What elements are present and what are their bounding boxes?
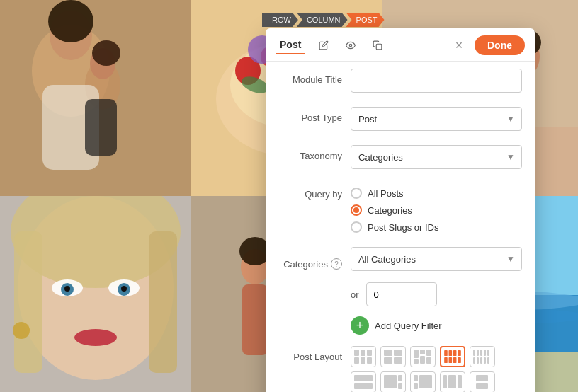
svg-rect-82 (473, 350, 475, 356)
layout-row-2 (351, 371, 522, 392)
categories-control: All Categories ▼ (351, 247, 522, 271)
layout-btn-6[interactable] (351, 371, 376, 392)
svg-rect-95 (398, 375, 402, 381)
svg-rect-61 (354, 357, 359, 364)
svg-rect-71 (414, 359, 419, 364)
query-by-control: All Posts Categories Post Slugs or IDs (351, 183, 522, 233)
breadcrumb-row[interactable]: ROW (262, 13, 298, 27)
svg-rect-102 (458, 375, 462, 388)
eye-icon-btn[interactable] (341, 35, 361, 55)
post-type-select-wrap: Post ▼ (351, 107, 522, 131)
svg-rect-76 (453, 350, 457, 356)
svg-rect-70 (426, 350, 431, 356)
bg-photo-4 (0, 196, 191, 392)
svg-rect-63 (367, 357, 372, 364)
breadcrumb-post[interactable]: POST (346, 13, 385, 27)
radio-post-slugs[interactable]: Post Slugs or IDs (351, 221, 522, 233)
svg-rect-64 (384, 350, 392, 356)
pencil-icon-btn[interactable] (314, 35, 334, 55)
categories-row: Categories ? All Categories ▼ (266, 240, 535, 278)
svg-rect-93 (354, 383, 373, 389)
svg-rect-103 (476, 375, 488, 381)
panel-icon-group (314, 35, 387, 55)
svg-rect-98 (414, 383, 418, 389)
layout-btn-7[interactable] (380, 371, 406, 392)
taxonomy-label: Taxonomy (278, 145, 342, 161)
svg-rect-101 (448, 375, 456, 388)
svg-rect-84 (480, 350, 482, 356)
svg-rect-100 (443, 375, 447, 388)
svg-rect-58 (354, 350, 359, 356)
or-input[interactable] (366, 282, 437, 306)
taxonomy-control: Categories ▼ (351, 145, 522, 169)
svg-rect-44 (242, 284, 268, 355)
copy-icon-btn[interactable] (368, 35, 387, 55)
bg-photo-1 (0, 0, 191, 196)
svg-rect-77 (458, 350, 461, 356)
layout-btn-10[interactable] (470, 371, 495, 392)
radio-categories[interactable]: Categories (351, 204, 522, 216)
categories-select-wrap: All Categories ▼ (351, 247, 522, 271)
categories-help-icon[interactable]: ? (331, 258, 342, 270)
svg-rect-97 (414, 375, 418, 381)
close-button[interactable]: × (449, 35, 469, 55)
breadcrumb-column[interactable]: COLUMN (297, 13, 348, 27)
svg-rect-65 (394, 350, 402, 356)
svg-rect-8 (85, 99, 117, 156)
svg-rect-57 (377, 44, 382, 50)
add-filter-button[interactable]: + (351, 316, 369, 335)
post-type-control: Post ▼ (351, 107, 522, 131)
svg-rect-72 (420, 356, 425, 364)
svg-rect-86 (487, 350, 489, 356)
svg-rect-60 (367, 350, 372, 356)
svg-point-40 (13, 322, 30, 339)
layout-btn-2[interactable] (380, 346, 406, 367)
layout-row-1 (351, 346, 522, 367)
svg-rect-69 (420, 350, 425, 354)
svg-point-38 (121, 286, 127, 292)
taxonomy-row: Taxonomy Categories ▼ (266, 138, 535, 176)
layout-btn-1[interactable] (351, 346, 376, 367)
layout-btn-3[interactable] (410, 346, 436, 367)
svg-rect-81 (458, 357, 461, 363)
module-title-input[interactable] (351, 69, 522, 93)
layout-btn-5[interactable] (470, 346, 495, 367)
svg-rect-94 (384, 375, 397, 388)
svg-rect-80 (453, 357, 457, 363)
svg-point-35 (64, 286, 70, 292)
svg-rect-62 (361, 357, 366, 364)
taxonomy-select-wrap: Categories ▼ (351, 145, 522, 169)
categories-select[interactable]: All Categories (351, 247, 522, 271)
query-by-row: Query by All Posts Categories Post Slugs… (266, 176, 535, 240)
add-filter-label: Add Query Filter (375, 321, 442, 331)
svg-rect-79 (449, 357, 453, 363)
svg-rect-89 (480, 357, 482, 364)
svg-rect-87 (473, 357, 475, 364)
svg-rect-32 (149, 231, 177, 373)
svg-rect-31 (14, 231, 42, 373)
layout-btn-8[interactable] (410, 371, 436, 392)
post-tab[interactable]: Post (276, 36, 305, 54)
layout-btn-4[interactable] (440, 346, 465, 367)
svg-rect-78 (444, 357, 448, 363)
layout-btn-9[interactable] (440, 371, 465, 392)
post-layout-row: Post Layout (266, 340, 535, 392)
svg-rect-104 (476, 383, 488, 389)
done-button[interactable]: Done (475, 35, 525, 55)
svg-rect-59 (361, 350, 366, 356)
svg-rect-68 (414, 350, 419, 358)
svg-point-6 (92, 40, 120, 66)
categories-label-wrap: Categories ? (278, 247, 342, 270)
radio-all-posts-circle (351, 188, 362, 199)
post-layout-label: Post Layout (278, 346, 342, 362)
svg-point-56 (350, 44, 353, 47)
or-label: or (351, 289, 359, 300)
svg-rect-90 (484, 357, 486, 364)
post-type-select[interactable]: Post (351, 107, 522, 131)
settings-panel: Post × (266, 28, 535, 392)
taxonomy-select[interactable]: Categories (351, 145, 522, 169)
radio-all-posts[interactable]: All Posts (351, 188, 522, 199)
query-by-label: Query by (278, 183, 342, 200)
post-type-row: Post Type Post ▼ (266, 100, 535, 138)
radio-post-slugs-circle (351, 221, 362, 233)
